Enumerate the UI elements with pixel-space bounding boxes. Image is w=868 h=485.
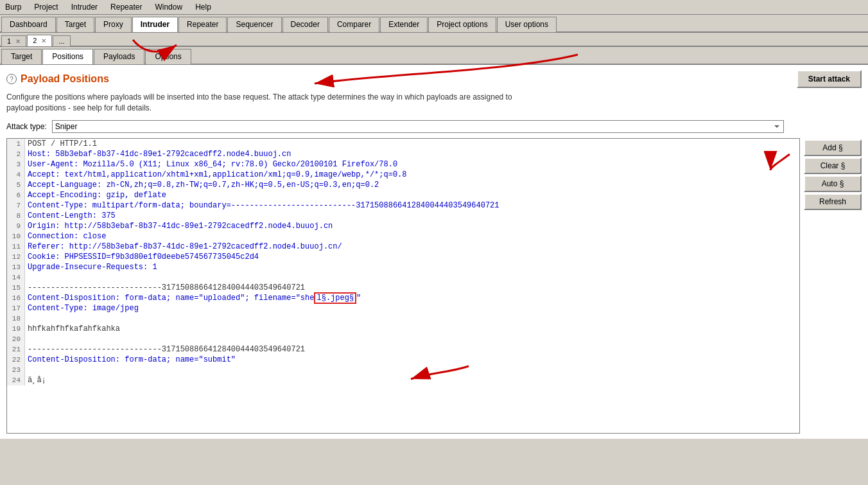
inner-tab-options[interactable]: Options [145,49,191,64]
tab-intruder[interactable]: Intruder [132,17,178,32]
subtab-1[interactable]: 1 ✕ [1,35,26,46]
line-content: Content-Type: image/jpeg [25,303,799,313]
tab-dashboard[interactable]: Dashboard [1,17,56,32]
line-content: Accept: text/html,application/xhtml+xml,… [25,170,799,180]
tab-sequencer[interactable]: Sequencer [227,17,281,32]
menu-project[interactable]: Project [31,1,60,13]
table-row: 12Cookie: PHPSESSID=f9b3d80e1f0deebe5745… [7,252,799,262]
line-number: 24 [7,375,25,385]
tab-comparer[interactable]: Comparer [329,17,379,32]
table-row: 15-----------------------------317150886… [7,283,799,293]
line-number: 6 [7,190,25,200]
line-number: 20 [7,334,25,344]
inner-tab-positions[interactable]: Positions [42,49,93,64]
menu-help[interactable]: Help [193,1,214,13]
table-row: 24ä¸å¡ [7,375,799,385]
section-title: Payload Positions [21,73,109,85]
table-row: 4Accept: text/html,application/xhtml+xml… [7,170,799,180]
menu-intruder[interactable]: Intruder [69,1,100,13]
line-content: Cookie: PHPSESSID=f9b3d80e1f0deebe574567… [25,252,799,262]
table-row: 5Accept-Language: zh-CN,zh;q=0.8,zh-TW;q… [7,180,799,190]
line-number: 23 [7,365,25,375]
inner-tab-target[interactable]: Target [1,49,42,64]
subtab-more[interactable]: ... [53,35,70,46]
menu-burp[interactable]: Burp [3,1,24,13]
subtab-1-close[interactable]: ✕ [15,38,21,45]
line-content [25,313,799,324]
line-content: hhfkahfhfkafahfkahka [25,324,799,334]
table-row: 1POST / HTTP/1.1 [7,139,799,149]
table-row: 11Referer: http://58b3ebaf-8b37-41dc-89e… [7,242,799,252]
tab-repeater[interactable]: Repeater [178,17,227,32]
line-number: 18 [7,313,25,324]
inner-tab-bar: Target Positions Payloads Options [0,47,868,65]
table-row: 18 [7,313,799,324]
line-content: Accept-Encoding: gzip, deflate [25,190,799,200]
line-content: Content-Disposition: form-data; name="up… [25,293,799,303]
subtab-2-label: 2 [33,37,37,44]
line-number: 17 [7,303,25,313]
tab-target[interactable]: Target [56,17,94,32]
line-content: Connection: close [25,231,799,242]
table-row: 13Upgrade-Insecure-Requests: 1 [7,262,799,272]
section-header: ? Payload Positions Start attack [6,70,862,88]
payload-marker: l§.jpeg§ [314,292,356,304]
start-attack-button[interactable]: Start attack [797,70,862,88]
menu-repeater[interactable]: Repeater [108,1,144,13]
line-number: 9 [7,221,25,231]
attack-type-label: Attack type: [6,122,47,131]
auto-section-button[interactable]: Auto § [804,175,862,192]
editor-container: 1POST / HTTP/1.12Host: 58b3ebaf-8b37-41d… [6,138,862,434]
line-number: 8 [7,211,25,221]
table-row: 19hhfkahfhfkafahfkahka [7,324,799,334]
main-tab-bar: Dashboard Target Proxy Intruder Repeater… [0,15,868,33]
line-content: User-Agent: Mozilla/5.0 (X11; Linux x86_… [25,159,799,170]
table-row: 20 [7,334,799,344]
subtab-bar: 1 ✕ 2 ✕ ... [0,33,868,47]
table-row: 23 [7,365,799,375]
tab-project-options[interactable]: Project options [428,17,496,32]
side-buttons: Add § Clear § Auto § Refresh [800,138,862,434]
subtab-2[interactable]: 2 ✕ [27,35,52,46]
table-row: 3User-Agent: Mozilla/5.0 (X11; Linux x86… [7,159,799,170]
attack-type-select[interactable]: Sniper Battering ram Pitchfork Cluster b… [52,120,784,133]
line-number: 3 [7,159,25,170]
inner-tab-payloads[interactable]: Payloads [94,49,144,64]
line-content: -----------------------------31715088664… [25,344,799,355]
line-number: 4 [7,170,25,180]
clear-section-button[interactable]: Clear § [804,157,862,174]
add-section-button[interactable]: Add § [804,139,862,156]
line-content [25,272,799,283]
main-content: ? Payload Positions Start attack Configu… [0,65,868,439]
table-row: 16Content-Disposition: form-data; name="… [7,293,799,303]
tab-extender[interactable]: Extender [380,17,428,32]
table-row: 17Content-Type: image/jpeg [7,303,799,313]
line-content: Origin: http://58b3ebaf-8b37-41dc-89e1-2… [25,221,799,231]
line-number: 21 [7,344,25,355]
line-number: 22 [7,355,25,365]
line-content: Host: 58b3ebaf-8b37-41dc-89e1-2792cacedf… [25,149,799,159]
tab-decoder[interactable]: Decoder [282,17,328,32]
menu-bar: Burp Project Intruder Repeater Window He… [0,0,868,15]
line-content: Upgrade-Insecure-Requests: 1 [25,262,799,272]
refresh-button[interactable]: Refresh [804,193,862,210]
tab-user-options[interactable]: User options [497,17,557,32]
menu-window[interactable]: Window [152,1,185,13]
line-content: Content-Length: 375 [25,211,799,221]
request-editor[interactable]: 1POST / HTTP/1.12Host: 58b3ebaf-8b37-41d… [6,138,800,434]
description: Configure the positions where payloads w… [6,92,862,114]
table-row: 21-----------------------------317150886… [7,344,799,355]
subtab-2-close[interactable]: ✕ [41,37,46,44]
line-number: 16 [7,293,25,303]
help-icon[interactable]: ? [6,74,17,84]
table-row: 2Host: 58b3ebaf-8b37-41dc-89e1-2792caced… [7,149,799,159]
line-number: 14 [7,272,25,283]
line-number: 1 [7,139,25,149]
subtab-more-label: ... [58,37,64,45]
table-row: 10Connection: close [7,231,799,242]
table-row: 7Content-Type: multipart/form-data; boun… [7,200,799,211]
line-number: 13 [7,262,25,272]
line-number: 12 [7,252,25,262]
table-row: 9Origin: http://58b3ebaf-8b37-41dc-89e1-… [7,221,799,231]
tab-proxy[interactable]: Proxy [95,17,132,32]
